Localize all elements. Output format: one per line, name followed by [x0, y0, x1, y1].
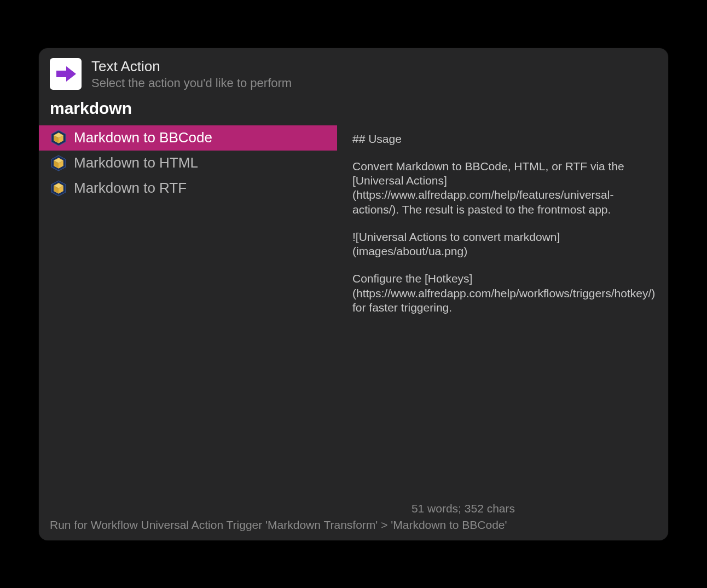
list-item-label: Markdown to BBCode — [74, 129, 212, 146]
list-item-label: Markdown to RTF — [74, 180, 187, 197]
preview-paragraph: Convert Markdown to BBCode, HTML, or RTF… — [352, 159, 655, 217]
workflow-box-icon — [50, 129, 67, 147]
footer-stats: 51 words; 352 chars — [50, 502, 657, 515]
header: Text Action Select the action you'd like… — [39, 48, 668, 95]
header-title: Text Action — [91, 58, 292, 75]
list-item-markdown-to-bbcode[interactable]: Markdown to BBCode — [39, 125, 337, 151]
preview-pane: ## Usage Convert Markdown to BBCode, HTM… — [337, 125, 668, 498]
alfred-window: Text Action Select the action you'd like… — [39, 48, 668, 540]
preview-paragraph: ## Usage — [352, 132, 655, 146]
preview-paragraph: Configure the [Hotkeys](https://www.alfr… — [352, 272, 655, 315]
content: Markdown to BBCode Markdown to HTML — [39, 125, 668, 498]
footer-path: Run for Workflow Universal Action Trigge… — [50, 518, 657, 532]
list-item-markdown-to-html[interactable]: Markdown to HTML — [39, 151, 337, 176]
workflow-box-icon — [50, 154, 67, 172]
workflow-box-icon — [50, 180, 67, 197]
list-item-markdown-to-rtf[interactable]: Markdown to RTF — [39, 176, 337, 201]
footer: 51 words; 352 chars Run for Workflow Uni… — [39, 498, 668, 540]
preview-paragraph: ![Universal Actions to convert markdown]… — [352, 230, 655, 259]
text-action-icon — [50, 58, 82, 90]
search-query[interactable]: markdown — [39, 95, 668, 125]
list-item-label: Markdown to HTML — [74, 154, 198, 171]
header-subtitle: Select the action you'd like to perform — [91, 76, 292, 90]
action-list: Markdown to BBCode Markdown to HTML — [39, 125, 337, 498]
header-text: Text Action Select the action you'd like… — [91, 58, 292, 90]
